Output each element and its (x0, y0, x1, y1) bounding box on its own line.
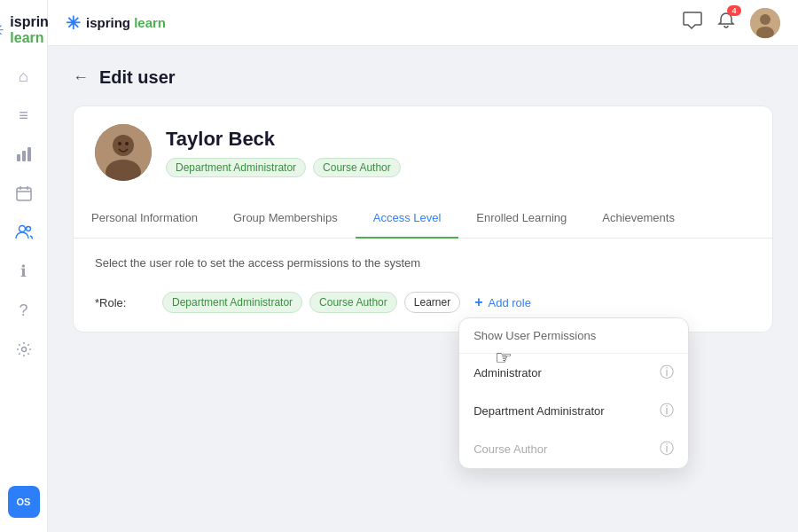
page-header: ← Edit user (73, 67, 773, 88)
svg-rect-1 (22, 151, 26, 161)
svg-rect-2 (27, 147, 31, 161)
user-avatar (95, 124, 152, 181)
tab-personal-info[interactable]: Personal Information (74, 199, 215, 239)
info-icon-dept-admin[interactable]: ⓘ (660, 402, 674, 420)
svg-rect-3 (17, 188, 31, 200)
user-tag-course-author: Course Author (313, 158, 401, 177)
page-title: Edit user (99, 67, 176, 88)
sidebar: ✳ ispring learn ⌂ ≡ ℹ ? OS (0, 0, 48, 532)
svg-point-16 (118, 142, 121, 145)
role-label: *Role: (95, 291, 148, 309)
sidebar-item-info[interactable]: ℹ (8, 255, 40, 287)
notification-icon[interactable]: 4 (716, 11, 736, 35)
svg-point-9 (21, 348, 26, 352)
access-level-description: Select the user role to set the access p… (95, 256, 751, 270)
sidebar-item-calendar[interactable] (8, 177, 40, 209)
sidebar-bottom-initials[interactable]: OS (8, 486, 40, 518)
dropdown-item-administrator[interactable]: Administrator ⓘ (459, 354, 688, 392)
svg-rect-0 (17, 154, 20, 161)
user-info: Taylor Beck Department Administrator Cou… (166, 128, 401, 177)
plus-icon: + (474, 294, 482, 310)
add-role-dropdown-wrapper: + Add role Show User Permissions Adminis… (467, 291, 538, 314)
logo-icon: ✳ (0, 20, 4, 41)
info-icon-administrator[interactable]: ⓘ (660, 364, 674, 382)
dropdown-item-course-author: Course Author ⓘ (459, 430, 688, 468)
sidebar-item-home[interactable]: ⌂ (8, 60, 40, 92)
dropdown-item-dept-admin[interactable]: Department Administrator ⓘ (459, 392, 688, 430)
tab-access-level[interactable]: Access Level (356, 199, 459, 239)
svg-point-8 (26, 227, 30, 231)
user-name: Taylor Beck (166, 128, 401, 151)
topbar-right: 4 (683, 8, 780, 38)
sidebar-item-users[interactable] (8, 216, 40, 248)
add-role-dropdown: Show User Permissions Administrator ⓘ De… (458, 317, 689, 469)
user-card: Taylor Beck Department Administrator Cou… (73, 106, 773, 199)
tab-content-access-level: Select the user role to set the access p… (74, 239, 772, 332)
back-button[interactable]: ← (73, 68, 89, 87)
add-role-label: Add role (489, 296, 531, 309)
sidebar-item-settings[interactable] (8, 333, 40, 365)
role-tag-course-author: Course Author (309, 292, 397, 313)
topbar-logo-icon: ✳ (66, 12, 81, 34)
role-row: *Role: Department Administrator Course A… (95, 291, 751, 314)
main-area: ✳ ispring learn 4 ← Edit user (48, 0, 798, 532)
tab-group-memberships[interactable]: Group Memberships (215, 199, 356, 239)
sidebar-item-help[interactable]: ? (8, 294, 40, 326)
role-tags: Department Administrator Course Author L… (162, 291, 751, 314)
topbar: ✳ ispring learn 4 (48, 0, 798, 46)
dropdown-item-administrator-label: Administrator (473, 366, 542, 379)
tab-achievements[interactable]: Achievements (584, 199, 692, 239)
dropdown-item-dept-admin-label: Department Administrator (473, 404, 604, 418)
notification-badge: 4 (727, 5, 741, 16)
user-tags: Department Administrator Course Author (166, 158, 401, 177)
role-tag-learner: Learner (404, 292, 460, 313)
sidebar-item-chart[interactable] (8, 138, 40, 170)
chat-icon[interactable] (683, 11, 702, 35)
sidebar-item-list[interactable]: ≡ (8, 99, 40, 131)
svg-point-14 (113, 135, 134, 156)
tabs-bar: Personal Information Group Memberships A… (74, 199, 772, 239)
user-tag-dept-admin: Department Administrator (166, 158, 306, 177)
show-permissions-link[interactable]: Show User Permissions (459, 318, 688, 354)
tab-enrolled-learning[interactable]: Enrolled Learning (458, 199, 584, 239)
svg-point-17 (125, 142, 129, 145)
user-avatar-topbar[interactable] (750, 8, 780, 38)
role-tag-dept-admin: Department Administrator (162, 292, 302, 313)
info-icon-course-author: ⓘ (660, 440, 674, 458)
topbar-logo-text: ispring learn (86, 15, 166, 30)
svg-point-7 (19, 226, 25, 232)
content-area: ← Edit user Taylor Beck Department Admin… (48, 46, 798, 532)
tabs-container: Personal Information Group Memberships A… (73, 199, 773, 332)
dropdown-item-course-author-label: Course Author (473, 442, 547, 456)
svg-point-11 (760, 14, 771, 25)
add-role-button[interactable]: + Add role (467, 291, 538, 314)
logo-text-green: learn (10, 30, 43, 45)
topbar-logo: ✳ ispring learn (66, 12, 166, 34)
